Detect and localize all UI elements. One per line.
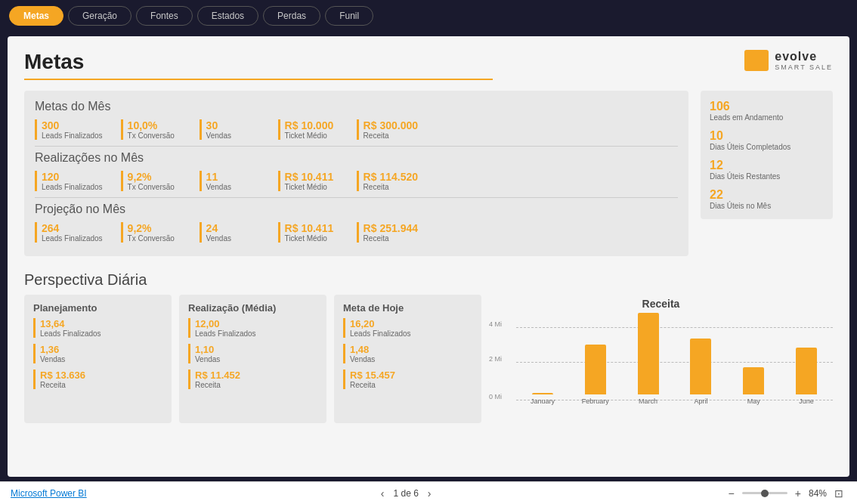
side-stat-dias-completados-value: 10 bbox=[710, 129, 824, 143]
evolve-logo-icon bbox=[744, 50, 769, 71]
side-stat-dias-mes-value: 22 bbox=[710, 188, 824, 202]
perspectiva-planejamento-title: Planejamento bbox=[33, 302, 162, 314]
realizacoes-metrics: 120 Leads Finalizados 9,2% Tx Conversão … bbox=[35, 171, 678, 191]
p-plan-receita-value: R$ 13.636 bbox=[40, 369, 162, 381]
metric-metas-leads-label: Leads Finalizados bbox=[42, 131, 103, 140]
side-stat-leads-andamento-label: Leads em Andamento bbox=[710, 113, 824, 122]
metric-real-conv: 9,2% Tx Conversão bbox=[121, 171, 181, 191]
page-header: Metas evolve SMART SALE bbox=[24, 50, 833, 74]
logo-name: evolve bbox=[775, 50, 817, 63]
metric-metas-conv: 10,0% Tx Conversão bbox=[121, 119, 181, 140]
p-plan-receita-label: Receita bbox=[40, 381, 162, 389]
p-plan-receita: R$ 13.636 Receita bbox=[33, 369, 162, 389]
chart-gridline-label: 0 Mi bbox=[489, 393, 502, 400]
perspectiva-realizacao-title: Realização (Média) bbox=[188, 302, 317, 314]
metric-proj-vendas: 24 Vendas bbox=[200, 222, 260, 243]
nav-tab-geracao[interactable]: Geração bbox=[68, 6, 131, 26]
nav-tab-estados[interactable]: Estados bbox=[197, 6, 258, 26]
p-real-receita: R$ 11.452 Receita bbox=[188, 369, 317, 389]
content-row: Metas do Mês 300 Leads Finalizados 10,0%… bbox=[24, 91, 833, 264]
metric-proj-conv-label: Tx Conversão bbox=[128, 234, 181, 243]
nav-tab-perdas[interactable]: Perdas bbox=[263, 6, 320, 26]
chart-gridline-label: 2 Mi bbox=[489, 355, 502, 363]
perspectiva-row: Planejamento 13,64 Leads Finalizados 1,3… bbox=[24, 295, 833, 423]
metric-proj-vendas-value: 24 bbox=[206, 222, 260, 234]
page-prev-button[interactable]: ‹ bbox=[378, 487, 388, 499]
bar-chart: 4 Mi2 Mi0 Mi JanuaryFebruaryMarchAprilMa… bbox=[489, 314, 833, 420]
metric-real-receita-label: Receita bbox=[364, 183, 418, 191]
metric-real-ticket-label: Ticket Médio bbox=[285, 183, 339, 191]
outer-frame: Metas Geração Fontes Estados Perdas Funi… bbox=[0, 0, 857, 504]
bar-group[interactable]: January bbox=[516, 393, 569, 405]
p-real-vendas: 1,10 Vendas bbox=[188, 344, 317, 363]
metric-proj-leads: 264 Leads Finalizados bbox=[35, 222, 103, 243]
metric-metas-ticket-value: R$ 10.000 bbox=[285, 119, 339, 131]
left-col: Metas do Mês 300 Leads Finalizados 10,0%… bbox=[24, 91, 688, 264]
chart-bar bbox=[743, 367, 764, 394]
bar-group[interactable]: May bbox=[727, 367, 780, 405]
metric-metas-vendas-label: Vendas bbox=[206, 131, 260, 140]
zoom-slider[interactable] bbox=[742, 492, 787, 494]
chart-bar bbox=[796, 348, 817, 394]
p-plan-leads-value: 13,64 bbox=[40, 318, 162, 329]
nav-tab-funil[interactable]: Funil bbox=[325, 6, 373, 26]
chart-title: Receita bbox=[489, 298, 833, 310]
zoom-slider-thumb bbox=[761, 490, 769, 497]
metric-metas-leads: 300 Leads Finalizados bbox=[35, 119, 103, 140]
metric-proj-receita-value: R$ 251.944 bbox=[364, 222, 418, 234]
metric-real-vendas: 11 Vendas bbox=[200, 171, 260, 191]
p-plan-vendas: 1,36 Vendas bbox=[33, 344, 162, 363]
zoom-out-button[interactable]: − bbox=[726, 486, 738, 501]
p-hoje-leads-label: Leads Finalizados bbox=[350, 329, 472, 338]
perspectiva-card-planejamento: Planejamento 13,64 Leads Finalizados 1,3… bbox=[24, 295, 172, 423]
bar-group[interactable]: March bbox=[622, 313, 675, 405]
bar-label: February bbox=[582, 397, 609, 405]
metric-metas-vendas: 30 Vendas bbox=[200, 119, 260, 140]
main-content: Metas evolve SMART SALE Metas do Mês 300 bbox=[8, 36, 849, 477]
perspectiva-card-realizacao: Realização (Média) 12,00 Leads Finalizad… bbox=[179, 295, 326, 423]
fullscreen-icon[interactable]: ⊡ bbox=[831, 486, 846, 501]
bar-group[interactable]: June bbox=[780, 348, 833, 405]
powerbi-link[interactable]: Microsoft Power BI bbox=[11, 488, 87, 499]
realizacoes-title: Realizações no Mês bbox=[35, 151, 678, 165]
chart-bar bbox=[585, 345, 606, 394]
p-hoje-vendas: 1,48 Vendas bbox=[343, 344, 472, 363]
metric-real-ticket-value: R$ 10.411 bbox=[285, 171, 339, 183]
metric-proj-leads-label: Leads Finalizados bbox=[42, 234, 103, 243]
metric-proj-ticket-label: Ticket Médio bbox=[285, 234, 339, 243]
p-real-receita-label: Receita bbox=[195, 381, 317, 389]
metric-real-receita: R$ 114.520 Receita bbox=[357, 171, 418, 191]
zoom-in-button[interactable]: + bbox=[792, 486, 804, 501]
p-hoje-receita: R$ 15.457 Receita bbox=[343, 369, 472, 389]
projecao-title: Projeção no Mês bbox=[35, 203, 678, 216]
logo-text-area: evolve SMART SALE bbox=[775, 50, 833, 71]
chart-bar bbox=[638, 313, 659, 394]
side-stat-dias-completados-label: Dias Úteis Completados bbox=[710, 143, 824, 151]
perspectiva-card-meta-hoje: Meta de Hoje 16,20 Leads Finalizados 1,4… bbox=[334, 295, 481, 423]
side-stat-leads-andamento-value: 106 bbox=[710, 100, 824, 113]
bar-group[interactable]: April bbox=[674, 339, 727, 405]
nav-tab-metas[interactable]: Metas bbox=[9, 6, 63, 26]
bar-group[interactable]: February bbox=[569, 345, 622, 405]
side-stat-dias-restantes-label: Dias Úteis Restantes bbox=[710, 172, 824, 181]
logo-area: evolve SMART SALE bbox=[744, 50, 833, 71]
p-plan-vendas-value: 1,36 bbox=[40, 344, 162, 355]
p-hoje-receita-value: R$ 15.457 bbox=[350, 369, 472, 381]
metric-metas-receita-value: R$ 300.000 bbox=[364, 119, 418, 131]
nav-tab-fontes[interactable]: Fontes bbox=[136, 6, 193, 26]
chart-bar bbox=[690, 339, 711, 394]
metric-real-conv-value: 9,2% bbox=[128, 171, 181, 183]
metric-real-receita-value: R$ 114.520 bbox=[364, 171, 418, 183]
side-stat-dias-completados: 10 Dias Úteis Completados bbox=[710, 129, 824, 151]
p-plan-vendas-label: Vendas bbox=[40, 355, 162, 363]
metric-real-conv-label: Tx Conversão bbox=[128, 183, 181, 191]
zoom-controls: − + 84% ⊡ bbox=[726, 486, 846, 501]
p-real-vendas-value: 1,10 bbox=[195, 344, 317, 355]
side-stat-dias-mes: 22 Dias Úteis no Mês bbox=[710, 188, 824, 210]
metric-metas-vendas-value: 30 bbox=[206, 119, 260, 131]
page-next-button[interactable]: › bbox=[425, 487, 435, 499]
side-stat-leads-andamento: 106 Leads em Andamento bbox=[710, 100, 824, 122]
metric-proj-conv-value: 9,2% bbox=[128, 222, 181, 234]
header-divider bbox=[24, 79, 493, 80]
metric-real-leads: 120 Leads Finalizados bbox=[35, 171, 103, 191]
